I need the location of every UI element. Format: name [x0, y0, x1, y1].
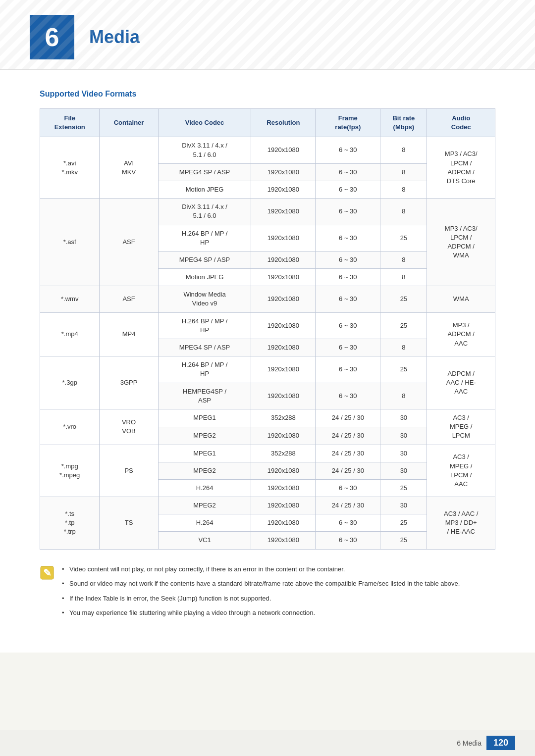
- cell-bitrate: 25: [380, 225, 427, 251]
- cell-codec: Motion JPEG: [158, 269, 251, 286]
- cell-fps: 6 ~ 30: [316, 251, 380, 268]
- cell-fps: 6 ~ 30: [316, 286, 380, 312]
- cell-bitrate: 8: [380, 137, 427, 163]
- cell-fps: 6 ~ 30: [316, 383, 380, 409]
- cell-codec: MPEG4 SP / ASP: [158, 163, 251, 181]
- cell-container: MP4: [100, 312, 158, 356]
- cell-fps: 6 ~ 30: [316, 312, 380, 339]
- cell-res: 1920x1080: [251, 137, 316, 163]
- note-icon: ✎: [40, 565, 54, 580]
- cell-codec: MPEG2: [158, 427, 251, 445]
- cell-fps: 6 ~ 30: [316, 339, 380, 356]
- cell-res: 1920x1080: [251, 286, 316, 312]
- cell-ext: *.mp4: [40, 312, 100, 356]
- cell-fps: 6 ~ 30: [316, 181, 380, 198]
- cell-codec: Window MediaVideo v9: [158, 286, 251, 312]
- cell-bitrate: 30: [380, 427, 427, 445]
- cell-res: 1920x1080: [251, 497, 316, 514]
- cell-codec: H.264 BP / MP /HP: [158, 312, 251, 339]
- chapter-title: Media: [84, 27, 140, 48]
- cell-container: ASF: [100, 199, 158, 286]
- cell-audio: AC3 /MPEG /LPCM /AAC: [427, 445, 495, 497]
- video-formats-table: FileExtension Container Video Codec Reso…: [40, 108, 495, 550]
- cell-ext: *.3gp: [40, 356, 100, 409]
- cell-fps: 6 ~ 30: [316, 356, 380, 383]
- section-title: Supported Video Formats: [40, 90, 495, 99]
- footer-chapter-label: 6 Media: [457, 739, 482, 747]
- cell-res: 1920x1080: [251, 356, 316, 383]
- cell-bitrate: 8: [380, 199, 427, 225]
- cell-ext: *.wmv: [40, 286, 100, 312]
- cell-res: 1920x1080: [251, 225, 316, 251]
- cell-fps: 6 ~ 30: [316, 269, 380, 286]
- cell-container: VROVOB: [100, 409, 158, 445]
- cell-container: 3GPP: [100, 356, 158, 409]
- cell-codec: MPEG4 SP / ASP: [158, 251, 251, 268]
- cell-bitrate: 25: [380, 356, 427, 383]
- cell-ext: *.ts*.tp*.trp: [40, 497, 100, 550]
- cell-res: 352x288: [251, 409, 316, 427]
- cell-ext: *.mpg*.mpeg: [40, 445, 100, 497]
- cell-bitrate: 25: [380, 286, 427, 312]
- table-row: *.vro VROVOB MPEG1 352x288 24 / 25 / 30 …: [40, 409, 495, 427]
- cell-codec: MPEG1: [158, 409, 251, 427]
- cell-ext: *.asf: [40, 199, 100, 286]
- col-header-codec: Video Codec: [158, 109, 251, 137]
- cell-container: AVIMKV: [100, 137, 158, 199]
- cell-res: 1920x1080: [251, 383, 316, 409]
- cell-bitrate: 8: [380, 251, 427, 268]
- cell-bitrate: 25: [380, 312, 427, 339]
- cell-bitrate: 30: [380, 409, 427, 427]
- cell-res: 1920x1080: [251, 251, 316, 268]
- cell-fps: 6 ~ 30: [316, 479, 380, 497]
- cell-res: 1920x1080: [251, 532, 316, 549]
- cell-codec: H.264 BP / MP /HP: [158, 225, 251, 251]
- notes-section: ✎ Video content will not play, or not pl…: [40, 564, 495, 623]
- table-row: *.asf ASF DivX 3.11 / 4.x /5.1 / 6.0 192…: [40, 199, 495, 225]
- chapter-badge: 6: [30, 15, 74, 59]
- col-header-container: Container: [100, 109, 158, 137]
- cell-fps: 6 ~ 30: [316, 225, 380, 251]
- col-header-bitrate: Bit rate(Mbps): [380, 109, 427, 137]
- cell-res: 1920x1080: [251, 479, 316, 497]
- cell-bitrate: 8: [380, 269, 427, 286]
- cell-res: 1920x1080: [251, 462, 316, 479]
- cell-fps: 24 / 25 / 30: [316, 409, 380, 427]
- cell-codec: VC1: [158, 532, 251, 549]
- cell-res: 1920x1080: [251, 427, 316, 445]
- svg-text:✎: ✎: [43, 567, 52, 578]
- cell-codec: H.264: [158, 479, 251, 497]
- cell-bitrate: 25: [380, 479, 427, 497]
- cell-res: 1920x1080: [251, 181, 316, 198]
- table-row: *.avi*.mkv AVIMKV DivX 3.11 / 4.x /5.1 /…: [40, 137, 495, 163]
- cell-codec: H.264 BP / MP /HP: [158, 356, 251, 383]
- cell-bitrate: 30: [380, 462, 427, 479]
- cell-fps: 24 / 25 / 30: [316, 427, 380, 445]
- table-row: *.mp4 MP4 H.264 BP / MP /HP 1920x1080 6 …: [40, 312, 495, 339]
- cell-ext: *.vro: [40, 409, 100, 445]
- cell-fps: 6 ~ 30: [316, 163, 380, 181]
- cell-codec: H.264: [158, 514, 251, 532]
- cell-bitrate: 25: [380, 532, 427, 549]
- cell-container: PS: [100, 445, 158, 497]
- cell-fps: 24 / 25 / 30: [316, 445, 380, 462]
- cell-codec: DivX 3.11 / 4.x /5.1 / 6.0: [158, 199, 251, 225]
- cell-res: 1920x1080: [251, 339, 316, 356]
- cell-audio: AC3 / AAC /MP3 / DD+/ HE-AAC: [427, 497, 495, 550]
- cell-audio: ADPCM /AAC / HE-AAC: [427, 356, 495, 409]
- cell-res: 1920x1080: [251, 514, 316, 532]
- note-item: Video content will not play, or not play…: [62, 564, 460, 574]
- cell-bitrate: 8: [380, 339, 427, 356]
- note-item: If the Index Table is in error, the Seek…: [62, 594, 460, 604]
- col-header-fps: Framerate(fps): [316, 109, 380, 137]
- col-header-extension: FileExtension: [40, 109, 100, 137]
- table-row: *.ts*.tp*.trp TS MPEG2 1920x1080 24 / 25…: [40, 497, 495, 514]
- page-header: 6 Media: [0, 0, 535, 70]
- table-row: *.mpg*.mpeg PS MPEG1 352x288 24 / 25 / 3…: [40, 445, 495, 462]
- page-footer: 6 Media 120: [0, 730, 535, 756]
- col-header-audio: AudioCodec: [427, 109, 495, 137]
- cell-container: ASF: [100, 286, 158, 312]
- main-content: Supported Video Formats FileExtension Co…: [0, 70, 535, 653]
- notes-list: Video content will not play, or not play…: [62, 564, 460, 623]
- col-header-resolution: Resolution: [251, 109, 316, 137]
